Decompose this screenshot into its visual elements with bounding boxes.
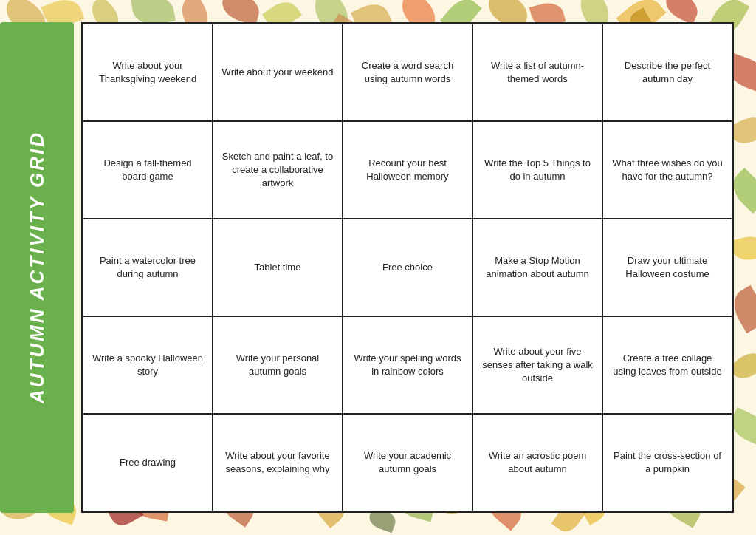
grid-cell-7: Recount your best Halloween memory [343,121,472,219]
sidebar: AUTUMN ACTIVITY GRID [0,22,74,513]
grid-cell-19: Create a tree collage using leaves from … [602,316,732,414]
grid-cell-18: Write about your five senses after takin… [472,316,602,414]
grid-cell-13: Make a Stop Motion animation about autum… [472,219,602,316]
grid-cell-0: Write about your Thanksgiving weekend [83,24,213,121]
grid-cell-12: Free choice [343,219,472,316]
grid-cell-3: Write a list of autumn-themed words [472,24,602,121]
activity-grid: Write about your Thanksgiving weekendWri… [81,22,734,513]
grid-cell-20: Free drawing [83,414,213,511]
grid-cell-4: Describe the perfect autumn day [602,24,732,121]
grid-cell-14: Draw your ultimate Halloween costume [602,219,732,316]
grid-cell-17: Write your spelling words in rainbow col… [343,316,472,414]
grid-cell-22: Write your academic autumn goals [343,414,472,511]
grid-cell-9: What three wishes do you have for the au… [602,121,732,219]
grid-cell-1: Write about your weekend [213,24,343,121]
grid-cell-2: Create a word search using autumn words [343,24,472,121]
sidebar-title: AUTUMN ACTIVITY GRID [26,131,49,403]
grid-cell-15: Write a spooky Halloween story [83,316,213,414]
grid-cell-6: Sketch and paint a leaf, to create a col… [213,121,343,219]
grid-cell-10: Paint a watercolor tree during autumn [83,219,213,316]
grid-cell-11: Tablet time [213,219,343,316]
grid-cell-8: Write the Top 5 Things to do in autumn [472,121,602,219]
grid-cell-23: Write an acrostic poem about autumn [472,414,602,511]
grid-cell-5: Design a fall-themed board game [83,121,213,219]
main-container: AUTUMN ACTIVITY GRID Write about your Th… [0,0,756,535]
grid-cell-21: Write about your favorite seasons, expla… [213,414,343,511]
grid-cell-16: Write your personal autumn goals [213,316,343,414]
grid-cell-24: Paint the cross-section of a pumpkin [602,414,732,511]
